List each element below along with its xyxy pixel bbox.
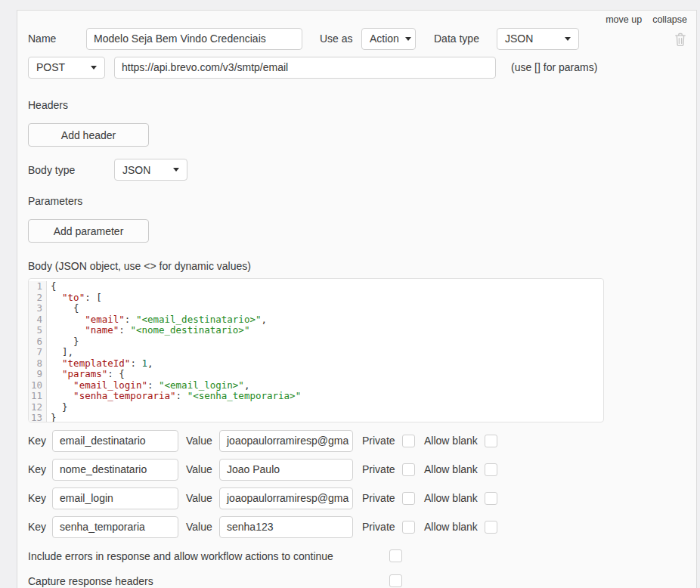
line-number: 12: [29, 402, 47, 413]
key-label: Key: [28, 516, 46, 538]
capture-headers-checkbox[interactable]: [389, 574, 402, 587]
params-hint: (use [] for params): [511, 57, 597, 79]
headers-label: Headers: [28, 99, 68, 111]
api-call-panel: move upcollapse Name Modelo Seja Bem Vin…: [17, 10, 697, 588]
allow-blank-checkbox[interactable]: [485, 521, 497, 534]
key-label: Key: [28, 487, 46, 509]
chevron-down-icon: [91, 66, 97, 70]
code-text: ],: [47, 347, 73, 358]
line-number: 1: [29, 281, 47, 292]
name-label: Name: [28, 28, 56, 50]
collapse-link[interactable]: collapse: [652, 14, 687, 25]
private-checkbox[interactable]: [402, 435, 415, 447]
code-line: 6 }: [29, 336, 603, 348]
line-number: 3: [29, 303, 47, 314]
code-text: "params": {: [47, 369, 125, 380]
code-line: 5 "name": "<nome_destinatario>": [29, 325, 603, 336]
allow-blank-label: Allow blank: [424, 487, 478, 509]
code-text: "name": "<nome_destinatario>": [47, 325, 249, 336]
body-type-select[interactable]: JSON: [114, 159, 187, 181]
http-method-select[interactable]: POST: [28, 57, 105, 79]
data-type-select[interactable]: JSON: [497, 28, 579, 50]
code-line: 3 {: [29, 303, 603, 314]
value-label: Value: [186, 487, 212, 509]
allow-blank-checkbox[interactable]: [485, 463, 497, 476]
code-text: }: [47, 402, 68, 413]
private-label: Private: [362, 459, 395, 481]
code-line: 8 "templateId": 1,: [29, 358, 603, 370]
code-text: "to": [: [47, 292, 102, 304]
code-line: 10 "email_login": "<email_login>",: [29, 380, 603, 391]
parameter-row: Key email_destinatario Value joaopaulorr…: [17, 430, 696, 452]
chevron-down-icon: [565, 37, 571, 41]
line-number: 11: [29, 391, 47, 402]
add-parameter-button[interactable]: Add parameter: [28, 219, 149, 243]
private-checkbox[interactable]: [402, 521, 415, 534]
code-line: 9 "params": {: [29, 369, 603, 380]
data-type-value: JSON: [505, 28, 533, 50]
code-line: 7 ],: [29, 347, 603, 358]
allow-blank-checkbox[interactable]: [485, 435, 497, 447]
code-text: }: [47, 413, 57, 422]
param-value-input[interactable]: senha123: [219, 516, 353, 538]
parameters-label: Parameters: [28, 195, 82, 207]
line-number: 9: [29, 369, 47, 380]
body-type-value: JSON: [122, 164, 150, 176]
request-row: POST https://api.brevo.com/v3/smtp/email…: [17, 57, 696, 79]
private-label: Private: [362, 487, 395, 509]
line-number: 4: [29, 314, 47, 326]
include-errors-label: Include errors in response and allow wor…: [28, 550, 333, 562]
parameter-row: Key nome_destinatario Value Joao Paulo P…: [17, 459, 696, 481]
include-errors-checkbox[interactable]: [389, 549, 402, 562]
allow-blank-checkbox[interactable]: [485, 492, 497, 505]
json-body-editor[interactable]: 1 { 2 "to": [ 3 { 4 "email": "<email_des…: [28, 278, 604, 422]
code-text: "email_login": "<email_login>",: [47, 380, 249, 391]
param-key-input[interactable]: email_destinatario: [52, 430, 178, 452]
param-key-input[interactable]: senha_temporaria: [52, 516, 178, 538]
code-line: 4 "email": "<email_destinatario>",: [29, 314, 603, 326]
line-number: 10: [29, 380, 47, 391]
code-line: 13 }: [29, 413, 603, 422]
value-label: Value: [186, 516, 212, 538]
private-label: Private: [362, 516, 395, 538]
call-name-input[interactable]: Modelo Seja Bem Vindo Credenciais: [86, 28, 302, 50]
endpoint-url-input[interactable]: https://api.brevo.com/v3/smtp/email: [114, 57, 496, 79]
allow-blank-label: Allow blank: [424, 430, 478, 452]
line-number: 2: [29, 292, 47, 304]
code-text: "senha_temporaria": "<senha_temporaria>": [47, 391, 301, 402]
line-number: 5: [29, 325, 47, 336]
data-type-label: Data type: [434, 28, 479, 50]
key-label: Key: [28, 430, 46, 452]
param-value-input[interactable]: joaopaulorramiresp@gma: [219, 487, 353, 509]
move-up-link[interactable]: move up: [606, 14, 642, 25]
code-line: 12 }: [29, 402, 603, 413]
code-text: "templateId": 1,: [47, 358, 153, 370]
key-label: Key: [28, 459, 46, 481]
param-key-input[interactable]: email_login: [52, 487, 178, 509]
use-as-select[interactable]: Action: [361, 28, 416, 50]
private-checkbox[interactable]: [402, 492, 415, 505]
chevron-down-icon: [405, 37, 411, 41]
add-header-button[interactable]: Add header: [28, 123, 149, 147]
param-key-input[interactable]: nome_destinatario: [52, 459, 178, 481]
private-checkbox[interactable]: [402, 463, 415, 476]
capture-headers-label: Capture response headers: [28, 575, 153, 587]
line-number: 6: [29, 336, 47, 348]
code-text: {: [47, 281, 57, 292]
parameter-row: Key email_login Value joaopaulorramiresp…: [17, 487, 696, 509]
http-method-value: POST: [36, 57, 65, 79]
parameter-row: Key senha_temporaria Value senha123 Priv…: [17, 516, 696, 538]
panel-actions: move upcollapse: [606, 14, 687, 25]
body-type-label: Body type: [28, 164, 75, 176]
code-text: {: [47, 303, 79, 314]
code-text: }: [47, 336, 79, 348]
name-row: Name Modelo Seja Bem Vindo Credenciais U…: [17, 28, 696, 50]
allow-blank-label: Allow blank: [424, 459, 478, 481]
value-label: Value: [186, 430, 212, 452]
line-number: 8: [29, 358, 47, 370]
value-label: Value: [186, 459, 212, 481]
code-line: 1 {: [29, 281, 603, 292]
param-value-input[interactable]: joaopaulorramiresp@gma: [219, 430, 353, 452]
chevron-down-icon: [173, 168, 179, 172]
param-value-input[interactable]: Joao Paulo: [219, 459, 353, 481]
